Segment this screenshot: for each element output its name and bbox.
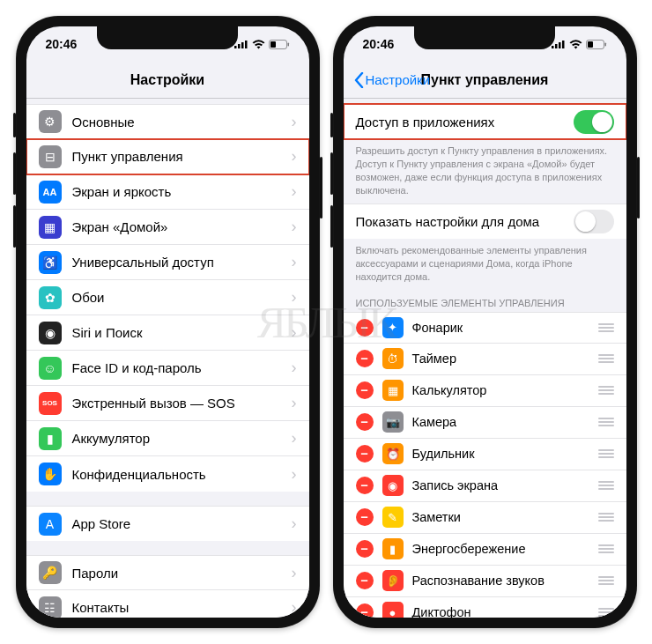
item-icon: ▮ [382,538,404,559]
chevron-left-icon [354,72,364,88]
chevron-right-icon: › [292,253,297,271]
notch [97,26,238,49]
back-label: Настройки [366,72,431,87]
svg-rect-2 [241,42,244,48]
settings-row[interactable]: 🔑Пароли› [26,555,309,590]
row-icon: ◉ [39,322,62,344]
remove-button[interactable]: − [356,445,374,463]
toggle-switch[interactable] [574,210,614,233]
footer-note: Разрешить доступ к Пункту управления в п… [344,139,626,198]
row-icon: ☷ [39,596,62,618]
settings-row[interactable]: ♿Универсальный доступ› [26,245,309,280]
toggle-label: Показать настройки для дома [356,214,540,229]
control-center-settings[interactable]: Доступ в приложенияхРазрешить доступ к П… [344,99,626,618]
row-label: Экран «Домой» [72,219,168,234]
control-item-row[interactable]: −●Диктофон [344,597,626,618]
item-label: Диктофон [412,605,471,618]
item-icon: 👂 [382,570,404,591]
row-icon: ♿ [39,251,62,274]
row-icon: ▦ [39,216,62,239]
drag-handle-icon[interactable] [598,323,614,332]
chevron-right-icon: › [292,359,297,377]
row-label: Экран и яркость [72,184,172,199]
row-icon: SOS [39,392,62,415]
drag-handle-icon[interactable] [598,418,614,426]
control-item-row[interactable]: −✦Фонарик [344,312,626,344]
item-icon: ✎ [382,507,404,528]
chevron-right-icon: › [292,182,297,201]
remove-button[interactable]: − [356,319,374,337]
back-button[interactable]: Настройки [354,72,431,88]
drag-handle-icon[interactable] [598,513,614,522]
control-item-row[interactable]: −▮Энергосбережение [344,534,626,566]
control-item-row[interactable]: −✎Заметки [344,502,626,534]
status-time: 20:46 [46,37,78,51]
svg-rect-13 [604,42,606,46]
settings-row[interactable]: ✋Конфиденциальность› [26,456,309,492]
settings-row[interactable]: ▮Аккумулятор› [26,421,309,456]
remove-button[interactable]: − [356,413,374,431]
row-icon: ⚙ [39,110,62,133]
settings-row[interactable]: ⚙Основные› [26,104,309,139]
row-label: Пункт управления [72,149,183,164]
row-icon: ✿ [39,286,62,309]
settings-row[interactable]: SOSЭкстренный вызов — SOS› [26,386,309,421]
svg-rect-6 [287,42,289,46]
row-icon: ☺ [39,357,62,380]
control-item-row[interactable]: −▦Калькулятор [344,375,626,407]
settings-row[interactable]: AApp Store› [26,506,309,541]
item-label: Распознавание звуков [412,574,545,588]
drag-handle-icon[interactable] [598,386,614,395]
row-icon: ▮ [39,427,62,450]
remove-button[interactable]: − [356,477,374,494]
row-label: App Store [72,516,131,531]
status-time: 20:46 [363,37,395,51]
drag-handle-icon[interactable] [598,449,614,458]
svg-rect-8 [555,44,558,48]
toggle-switch[interactable] [574,110,614,134]
settings-row[interactable]: ☷Контакты› [26,590,309,618]
row-label: Пароли [72,566,119,581]
status-icons [234,40,290,49]
chevron-right-icon: › [292,564,297,582]
row-label: Аккумулятор [72,431,151,446]
control-item-row[interactable]: −👂Распознавание звуков [344,566,626,597]
drag-handle-icon[interactable] [598,576,614,585]
settings-list[interactable]: ⚙Основные›⊟Пункт управления›AAЭкран и яр… [26,99,309,618]
row-label: Основные [72,115,135,130]
remove-button[interactable]: − [356,508,374,526]
drag-handle-icon[interactable] [598,354,614,363]
settings-row[interactable]: ▦Экран «Домой»› [26,210,309,245]
item-label: Заметки [412,510,461,524]
remove-button[interactable]: − [356,350,374,367]
svg-rect-1 [238,44,241,48]
settings-row[interactable]: ⊟Пункт управления› [26,139,309,174]
drag-handle-icon[interactable] [598,544,614,553]
row-label: Конфиденциальность [72,467,206,482]
drag-handle-icon[interactable] [598,608,614,617]
item-label: Таймер [412,352,456,366]
control-item-row[interactable]: −◉Запись экрана [344,470,626,502]
row-label: Универсальный доступ [72,255,214,270]
settings-row[interactable]: AAЭкран и яркость› [26,174,309,210]
remove-button[interactable]: − [356,603,374,618]
remove-button[interactable]: − [356,572,374,589]
row-icon: AA [39,181,62,204]
footer-note: Включать рекомендованные элементы управл… [344,239,626,285]
control-item-row[interactable]: −📷Камера [344,407,626,439]
chevron-right-icon: › [292,288,297,307]
settings-row[interactable]: ✿Обои› [26,280,309,315]
control-item-row[interactable]: −⏰Будильник [344,439,626,470]
control-item-row[interactable]: −⏱Таймер [344,344,626,375]
remove-button[interactable]: − [356,540,374,558]
remove-button[interactable]: − [356,381,374,399]
battery-icon [586,40,607,49]
svg-rect-10 [562,41,565,48]
settings-row[interactable]: ◉Siri и Поиск› [26,315,309,351]
item-icon: ◉ [382,475,404,496]
settings-row[interactable]: ☺Face ID и код-пароль› [26,351,309,386]
chevron-right-icon: › [292,598,297,617]
wifi-icon [252,40,265,49]
svg-rect-3 [245,41,248,48]
drag-handle-icon[interactable] [598,481,614,490]
